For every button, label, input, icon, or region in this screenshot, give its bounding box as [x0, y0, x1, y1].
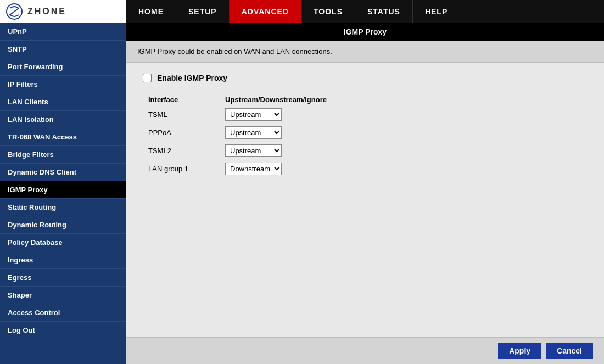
iface-name-1: PPPoA	[148, 128, 225, 137]
sidebar-item-lan-clients[interactable]: LAN Clients	[0, 93, 126, 111]
iface-name-0: TSML	[148, 110, 225, 119]
sidebar-item-policy-database[interactable]: Policy Database	[0, 234, 126, 251]
interface-row-2: TSML2UpstreamDownstreamIgnore	[148, 144, 588, 157]
nav-item-setup[interactable]: SETUP	[176, 0, 230, 23]
sidebar-item-upnp[interactable]: UPnP	[0, 23, 126, 41]
nav-item-help[interactable]: HELP	[413, 0, 460, 23]
sidebar-item-igmp-proxy[interactable]: IGMP Proxy	[0, 181, 126, 199]
zhone-logo-icon	[5, 3, 23, 20]
logo-text: ZHONE	[27, 7, 66, 16]
sidebar-item-log-out[interactable]: Log Out	[0, 322, 126, 339]
table-header-row: Interface Upstream/Downstream/Ignore	[148, 96, 588, 104]
sidebar-item-lan-isolation[interactable]: LAN Isolation	[0, 111, 126, 128]
page-title: IGMP Proxy	[344, 27, 387, 36]
interface-row-1: PPPoAUpstreamDownstreamIgnore	[148, 126, 588, 139]
sidebar-item-port-forwarding[interactable]: Port Forwarding	[0, 58, 126, 76]
main-layout: UPnPSNTPPort ForwardingIP FiltersLAN Cli…	[0, 23, 604, 364]
sidebar-item-static-routing[interactable]: Static Routing	[0, 199, 126, 216]
nav-item-advanced[interactable]: ADVANCED	[230, 0, 301, 23]
sidebar-item-access-control[interactable]: Access Control	[0, 304, 126, 322]
enable-igmp-checkbox[interactable]	[143, 74, 152, 82]
interface-table: Interface Upstream/Downstream/Ignore TSM…	[148, 96, 588, 175]
cancel-button[interactable]: Cancel	[546, 343, 593, 359]
top-bar: ZHONE HOMESETUPADVANCEDTOOLSSTATUSHELP	[0, 0, 604, 23]
sidebar-item-ip-filters[interactable]: IP Filters	[0, 76, 126, 93]
interface-row-3: LAN group 1UpstreamDownstreamIgnore	[148, 163, 588, 175]
sidebar-item-bridge-filters[interactable]: Bridge Filters	[0, 146, 126, 164]
nav-item-tools[interactable]: TOOLS	[301, 0, 355, 23]
sidebar-item-sntp[interactable]: SNTP	[0, 41, 126, 58]
iface-select-1[interactable]: UpstreamDownstreamIgnore	[225, 126, 282, 139]
page-title-bar: IGMP Proxy	[126, 23, 604, 41]
footer-bar: Apply Cancel	[126, 337, 604, 364]
description-text: IGMP Proxy could be enabled on WAN and L…	[126, 41, 604, 63]
sidebar-item-shaper[interactable]: Shaper	[0, 287, 126, 304]
enable-igmp-label: Enable IGMP Proxy	[157, 74, 227, 82]
sidebar-item-tr-068-wan-access[interactable]: TR-068 WAN Access	[0, 128, 126, 146]
interface-row-0: TSMLUpstreamDownstreamIgnore	[148, 108, 588, 121]
sidebar-item-egress[interactable]: Egress	[0, 269, 126, 287]
nav-item-home[interactable]: HOME	[126, 0, 176, 23]
iface-select-2[interactable]: UpstreamDownstreamIgnore	[225, 144, 282, 157]
sidebar-item-dynamic-dns-client[interactable]: Dynamic DNS Client	[0, 164, 126, 181]
col-upstream-header: Upstream/Downstream/Ignore	[225, 96, 327, 104]
apply-button[interactable]: Apply	[498, 343, 541, 359]
iface-name-2: TSML2	[148, 147, 225, 155]
content-area: SetupRouter.com IGMP Proxy IGMP Proxy co…	[126, 23, 604, 364]
logo-area: ZHONE	[0, 0, 126, 23]
sidebar: UPnPSNTPPort ForwardingIP FiltersLAN Cli…	[0, 23, 126, 364]
interface-rows-container: TSMLUpstreamDownstreamIgnorePPPoAUpstrea…	[148, 108, 588, 175]
iface-name-3: LAN group 1	[148, 165, 225, 173]
nav-bar: HOMESETUPADVANCEDTOOLSSTATUSHELP	[126, 0, 460, 23]
nav-item-status[interactable]: STATUS	[355, 0, 413, 23]
enable-row: Enable IGMP Proxy	[143, 74, 588, 82]
sidebar-item-ingress[interactable]: Ingress	[0, 251, 126, 269]
col-interface-header: Interface	[148, 96, 225, 104]
sidebar-item-dynamic-routing[interactable]: Dynamic Routing	[0, 216, 126, 234]
iface-select-3[interactable]: UpstreamDownstreamIgnore	[225, 163, 282, 175]
iface-select-0[interactable]: UpstreamDownstreamIgnore	[225, 108, 282, 121]
form-area: Enable IGMP Proxy Interface Upstream/Dow…	[126, 63, 604, 337]
